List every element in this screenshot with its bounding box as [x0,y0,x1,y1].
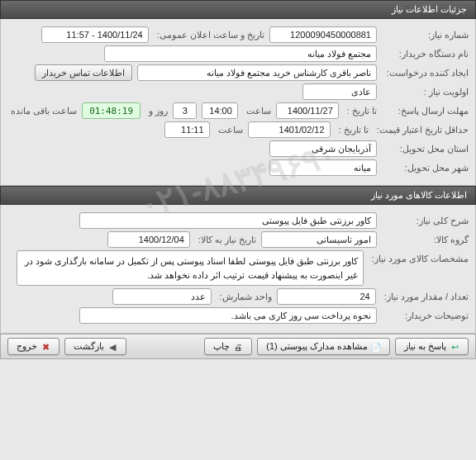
deadline-time-field: 14:00 [202,102,238,119]
priority-field: عادی [302,83,377,100]
close-icon [40,342,50,352]
document-icon [371,342,381,352]
requester-label: ایجاد کننده درخواست: [382,68,469,78]
footer-toolbar: پاسخ به نیاز مشاهده مدارک پیوستی (1) چاپ… [0,334,476,359]
priority-label: اولویت نیاز : [382,87,469,97]
remaining-label: ساعت باقی مانده [7,106,77,116]
notes-field: نحوه پرداخت سی روز کاری می باشد. [79,307,377,324]
validity-label: حداقل تاریخ اعتبار قیمت: [374,125,469,135]
days-label: روز و [145,106,168,116]
until-label-2: تا تاریخ : [336,125,369,135]
need-details-body: شماره نیاز: 1200090450000881 تاریخ و ساع… [0,19,476,186]
back-button[interactable]: بازگشت [64,338,126,355]
unit-field: عدد [112,288,212,305]
countdown-timer: 01:48:19 [82,102,140,119]
attachments-button-label: مشاهده مدارک پیوستی (1) [266,341,368,352]
announce-field: 1400/11/24 - 11:57 [41,26,149,43]
deadline-label: مهلت ارسال پاسخ: [382,106,469,116]
need-number-label: شماره نیاز: [382,30,469,40]
specs-label: مشخصات کالای مورد نیاز: [369,250,469,264]
city-field: میانه [269,159,377,176]
buyer-org-field: مجتمع فولاد میانه [104,45,377,62]
print-button[interactable]: چاپ [204,338,252,355]
buyer-org-label: نام دستگاه خریدار: [382,49,469,59]
time-label-1: ساعت [243,106,271,116]
deadline-date-field: 1400/11/27 [276,102,339,119]
goods-info-header: اطلاعات کالاهای مورد نیاز [0,186,476,205]
reply-button[interactable]: پاسخ به نیاز [395,338,469,355]
desc-field: کاور برزنتی طبق فایل پیوستی [79,212,377,229]
specs-field: کاور برزنتی طبق فایل پیوستی لطفا اسناد پ… [17,250,364,286]
attachments-button[interactable]: مشاهده مدارک پیوستی (1) [257,338,390,355]
exit-button-label: خروج [17,341,37,352]
back-button-label: بازگشت [74,341,104,352]
need-number-field: 1200090450000881 [269,26,377,43]
qty-label: تعداد / مقدار مورد نیاز: [381,292,469,302]
validity-date-field: 1401/02/12 [248,121,331,138]
back-icon [107,342,117,352]
until-label: تا تاریخ : [344,106,377,116]
announce-label: تاریخ و ساعت اعلان عمومی: [154,30,264,40]
unit-label: واحد شمارش: [217,292,272,302]
validity-time-field: 11:11 [164,121,210,138]
province-label: استان محل تحویل: [382,144,469,154]
need-by-field: 1400/12/04 [107,231,190,248]
need-by-label: تاریخ نیاز به کالا: [195,235,256,245]
goods-info-body: شرح کلی نیاز: کاور برزنتی طبق فایل پیوست… [0,205,476,334]
requester-field: ناصر باقری کارشناس خرید مجتمع فولاد میان… [137,64,377,81]
notes-label: توضیحات خریدار: [382,311,469,321]
city-label: شهر محل تحویل: [382,163,469,173]
reply-button-label: پاسخ به نیاز [404,341,446,352]
province-field: آذربایجان شرقی [269,140,377,157]
exit-button[interactable]: خروج [7,338,60,355]
qty-field: 24 [277,288,376,305]
group-label: گروه کالا: [382,235,469,245]
desc-label: شرح کلی نیاز: [382,216,469,226]
need-details-header: جزئیات اطلاعات نیاز [0,0,476,19]
print-icon [233,342,243,352]
buyer-contact-button[interactable]: اطلاعات تماس خریدار [35,64,132,81]
print-button-label: چاپ [213,341,230,352]
days-field: 3 [173,102,197,119]
reply-icon [450,342,459,352]
time-label-2: ساعت [215,125,243,135]
group-field: امور تاسیساتی [261,231,377,248]
